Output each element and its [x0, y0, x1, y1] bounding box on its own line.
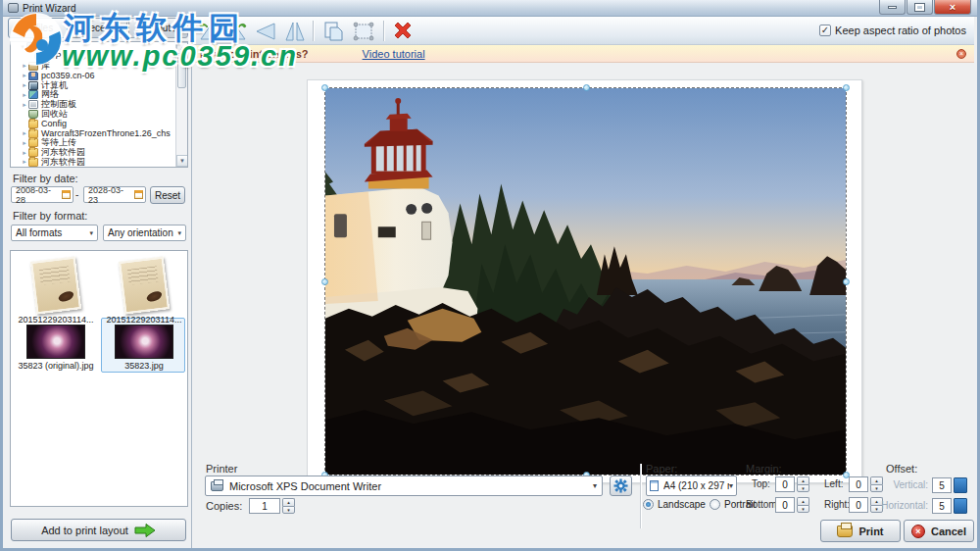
tree-item-computer[interactable]: ▸ 计算机 [11, 80, 187, 90]
list-item[interactable]: 20151229203114... [101, 259, 187, 325]
tree-item-clipped[interactable]: ▸ 河东软件园 [11, 158, 187, 168]
tab-layouts[interactable]: Layouts [128, 18, 188, 38]
margin-top-input[interactable]: 0 [775, 476, 795, 492]
close-button[interactable]: × [934, 0, 971, 15]
minimize-icon [888, 6, 897, 9]
help-close-icon[interactable]: × [956, 49, 966, 59]
margin-right-input[interactable]: 0 [849, 497, 868, 513]
offset-horizontal-spinner[interactable] [954, 498, 967, 514]
tree-item-network[interactable]: ▸ 网络 [11, 90, 187, 100]
desktop-icon [26, 42, 36, 51]
chevron-down-icon: ▾ [177, 229, 181, 237]
computer-icon [28, 81, 38, 90]
spin-up-icon[interactable]: ▴ [282, 498, 295, 506]
scroll-down-icon[interactable]: ▼ [176, 155, 188, 167]
chevron-right-icon: ▸ [21, 91, 28, 99]
flip-vertical-button[interactable] [281, 19, 308, 43]
list-item[interactable]: 35823 (original).jpg [13, 326, 99, 371]
maximize-icon [915, 4, 924, 11]
tab-recent[interactable]: Recent [69, 18, 128, 38]
offset-horizontal-label: Horizontal: [873, 500, 928, 511]
checkbox-checked-icon[interactable]: ✓ [819, 25, 831, 36]
cancel-button[interactable]: × Cancel [904, 520, 974, 542]
tree-item-recycle-bin[interactable]: 回收站 [11, 110, 187, 120]
copy-button[interactable] [319, 19, 346, 43]
paper-size-dropdown[interactable]: A4 (210 x 297 mm) ▾ [646, 476, 737, 496]
margin-bottom-input[interactable]: 0 [775, 497, 795, 513]
cancel-icon: × [911, 525, 925, 538]
resize-handle-n[interactable] [583, 84, 590, 91]
page-icon [650, 480, 659, 491]
calendar-icon[interactable] [62, 190, 71, 199]
print-button[interactable]: Print [820, 520, 901, 542]
delete-button[interactable] [389, 19, 416, 43]
tree-scrollbar[interactable]: ▲ ▼ [175, 42, 187, 167]
keep-aspect-checkbox-row[interactable]: ✓ Keep aspect ratio of photos [819, 25, 966, 36]
folder-icon [28, 129, 38, 138]
print-wizard-window: Print Wizard × All files Recent Layouts … [0, 0, 980, 551]
resize-handle-w[interactable] [321, 278, 328, 285]
folder-icon [28, 138, 38, 147]
folder-tree: ▾ 桌面 WPS云文档 ▸ 库 ▸ pc0359.cn-06 ▸ 计算机 ▸ 网… [10, 41, 188, 168]
chevron-right-icon: ▸ [21, 139, 28, 147]
date-separator: - [75, 189, 78, 200]
video-tutorial-link[interactable]: Video tutorial [363, 48, 425, 60]
margin-left-input[interactable]: 0 [849, 476, 868, 492]
calendar-icon[interactable] [134, 190, 143, 199]
tree-item-upload[interactable]: ▸ 等待上传 [11, 138, 187, 148]
scroll-up-icon[interactable]: ▲ [176, 42, 188, 54]
section-divider [640, 464, 641, 528]
format-dropdown[interactable]: All formats ▾ [11, 225, 98, 241]
window-title: Print Wizard [23, 3, 75, 14]
resize-handle-nw[interactable] [321, 84, 328, 91]
copies-input[interactable]: 1 [249, 498, 280, 514]
margin-top-label: Top: [752, 478, 770, 489]
tree-item-user[interactable]: ▸ pc0359.cn-06 [11, 71, 187, 80]
landscape-radio[interactable]: Landscape [643, 499, 706, 510]
copies-spinner[interactable]: ▴ ▾ [282, 498, 295, 514]
tree-item-desktop[interactable]: ▾ 桌面 [11, 42, 187, 52]
list-item[interactable]: 20151229203114... [13, 259, 99, 325]
resize-handle-e[interactable] [843, 278, 850, 285]
user-icon [28, 72, 38, 80]
crop-button[interactable] [350, 19, 376, 43]
minimize-button[interactable] [879, 0, 906, 15]
date-from-input[interactable]: 2008-03-28 [11, 186, 74, 203]
reset-button[interactable]: Reset [150, 186, 185, 204]
title-bar: Print Wizard × [3, 0, 977, 17]
rotate-left-button[interactable] [196, 19, 222, 43]
offset-horizontal-input[interactable]: 5 [932, 498, 952, 514]
flip-horizontal-button[interactable] [252, 19, 278, 43]
tree-item-hedong[interactable]: ▸ 河东软件园 [11, 148, 187, 158]
selected-photo[interactable] [324, 87, 847, 476]
offset-vertical-input[interactable]: 5 [932, 477, 952, 493]
date-to-input[interactable]: 2028-03-23 [83, 186, 146, 203]
tab-all-files[interactable]: All files [8, 18, 68, 38]
offset-vertical-spinner[interactable] [954, 477, 967, 493]
scrollbar-thumb[interactable] [177, 55, 186, 88]
tree-item-libraries[interactable]: ▸ 库 [11, 62, 187, 72]
printer-label: Printer [206, 463, 237, 475]
add-to-print-layout-button[interactable]: Add to print layout [11, 519, 186, 541]
rotate-right-button[interactable] [222, 19, 249, 43]
tree-item-control-panel[interactable]: ▸ 控制面板 [11, 100, 187, 110]
tree-item-config[interactable]: Config [11, 119, 187, 128]
date-filter-row: 2008-03-28 - 2028-03-23 Reset [6, 186, 192, 204]
tree-item-warcraft[interactable]: ▸ Warcraft3FrozenThrone1.26_chs [11, 128, 187, 138]
rotate-left-icon [198, 21, 221, 42]
resize-handle-ne[interactable] [843, 84, 850, 91]
orientation-dropdown[interactable]: Any orientation ▾ [103, 225, 186, 241]
printer-dropdown[interactable]: Microsoft XPS Document Writer ▾ [205, 476, 603, 496]
margin-bottom-spinner[interactable]: ▴▾ [797, 497, 809, 513]
folder-icon [28, 148, 38, 157]
margin-top-spinner[interactable]: ▴▾ [797, 476, 809, 492]
tree-item-wps[interactable]: WPS云文档 [11, 52, 187, 62]
printer-settings-button[interactable] [610, 476, 632, 496]
spin-down-icon[interactable]: ▾ [282, 506, 295, 515]
list-item-selected[interactable]: 35823.jpg [101, 326, 187, 371]
flip-horizontal-icon [254, 21, 277, 42]
maximize-button[interactable] [906, 0, 933, 15]
margin-label: Margin: [746, 463, 782, 475]
left-panel: All files Recent Layouts ▾ 桌面 WPS云文档 ▸ 库… [6, 17, 192, 548]
radio-selected-icon [643, 499, 654, 510]
